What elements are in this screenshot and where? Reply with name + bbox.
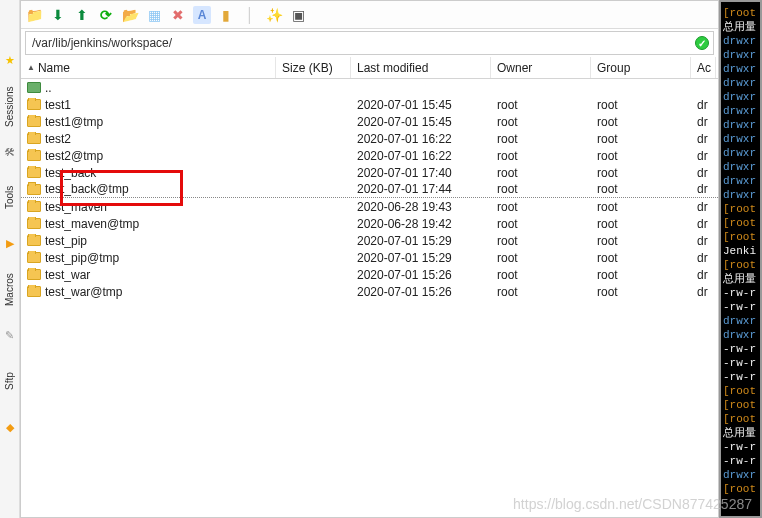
owner: root [491, 234, 591, 248]
main-panel: 📁 ⬇ ⬆ ⟳ 📂 ▦ ✖ A ▮ │ ✨ ▣ ✓ ▲Name Size (KB… [20, 0, 719, 518]
col-lastmodified[interactable]: Last modified [351, 57, 491, 78]
col-owner[interactable]: Owner [491, 57, 591, 78]
folder-icon [27, 150, 41, 161]
last-modified: 2020-07-01 15:45 [351, 98, 491, 112]
owner: root [491, 149, 591, 163]
file-name: test_pip [45, 234, 87, 248]
group: root [591, 149, 691, 163]
file-name: test_maven [45, 200, 107, 214]
toolbar: 📁 ⬇ ⬆ ⟳ 📂 ▦ ✖ A ▮ │ ✨ ▣ [21, 1, 718, 29]
folder-icon [27, 99, 41, 110]
file-name: test_back@tmp [45, 182, 129, 196]
group: root [591, 98, 691, 112]
col-access[interactable]: Ac [691, 57, 716, 78]
file-list: ▲Name Size (KB) Last modified Owner Grou… [21, 57, 718, 517]
refresh-icon[interactable]: ⟳ [97, 6, 115, 24]
last-modified: 2020-06-28 19:42 [351, 217, 491, 231]
table-row[interactable]: test22020-07-01 16:22rootrootdr [21, 130, 718, 147]
last-modified: 2020-07-01 15:29 [351, 234, 491, 248]
access: dr [691, 200, 716, 214]
group: root [591, 166, 691, 180]
sidebar-tab-sftp[interactable]: Sftp [3, 354, 16, 409]
folder-icon [27, 269, 41, 280]
sidebar: ★ Sessions 🛠 Tools ▶ Macros ✎ Sftp ◆ [0, 0, 20, 518]
column-headers: ▲Name Size (KB) Last modified Owner Grou… [21, 57, 718, 79]
table-row[interactable]: test1@tmp2020-07-01 15:45rootrootdr [21, 113, 718, 130]
parent-folder-icon[interactable]: 📁 [25, 6, 43, 24]
group: root [591, 217, 691, 231]
last-modified: 2020-07-01 15:45 [351, 115, 491, 129]
folder-icon [27, 252, 41, 263]
group: root [591, 285, 691, 299]
owner: root [491, 285, 591, 299]
sftp-icon: ◆ [6, 421, 14, 434]
sidebar-tab-macros[interactable]: Macros [3, 262, 16, 317]
group: root [591, 182, 691, 196]
owner: root [491, 182, 591, 196]
group: root [591, 132, 691, 146]
last-modified: 2020-07-01 16:22 [351, 149, 491, 163]
table-row[interactable]: test_war@tmp2020-07-01 15:26rootrootdr [21, 283, 718, 300]
rename-icon[interactable]: A [193, 6, 211, 24]
upload-icon[interactable]: ⬆ [73, 6, 91, 24]
group: root [591, 200, 691, 214]
table-row[interactable]: test_maven@tmp2020-06-28 19:42rootrootdr [21, 215, 718, 232]
access: dr [691, 98, 716, 112]
access: dr [691, 234, 716, 248]
download-icon[interactable]: ⬇ [49, 6, 67, 24]
sidebar-tab-tools[interactable]: Tools [3, 170, 16, 225]
delete-icon[interactable]: ✖ [169, 6, 187, 24]
terminal-icon[interactable]: ▣ [289, 6, 307, 24]
table-row[interactable]: test_back2020-07-01 17:40rootrootdr [21, 164, 718, 181]
access: dr [691, 132, 716, 146]
file-name: test_pip@tmp [45, 251, 119, 265]
parent-dir-label: .. [45, 81, 52, 95]
bookmark-icon[interactable]: ▮ [217, 6, 235, 24]
last-modified: 2020-07-01 15:26 [351, 268, 491, 282]
path-input[interactable] [30, 35, 695, 51]
owner: root [491, 268, 591, 282]
table-row[interactable]: test2@tmp2020-07-01 16:22rootrootdr [21, 147, 718, 164]
sidebar-tab-sessions[interactable]: Sessions [3, 79, 16, 134]
access: dr [691, 285, 716, 299]
table-row[interactable]: test_maven2020-06-28 19:43rootrootdr [21, 198, 718, 215]
folder-icon [27, 235, 41, 246]
access: dr [691, 268, 716, 282]
group: root [591, 115, 691, 129]
group: root [591, 234, 691, 248]
go-icon[interactable]: ✓ [695, 36, 709, 50]
access: dr [691, 166, 716, 180]
divider-icon: │ [241, 6, 259, 24]
last-modified: 2020-07-01 15:26 [351, 285, 491, 299]
wrench-icon: 🛠 [4, 146, 15, 158]
last-modified: 2020-07-01 16:22 [351, 132, 491, 146]
folder-icon [27, 201, 41, 212]
access: dr [691, 217, 716, 231]
table-row[interactable]: test_war2020-07-01 15:26rootrootdr [21, 266, 718, 283]
wand-icon[interactable]: ✨ [265, 6, 283, 24]
new-folder-icon[interactable]: 📂 [121, 6, 139, 24]
table-row[interactable]: test12020-07-01 15:45rootrootdr [21, 96, 718, 113]
owner: root [491, 132, 591, 146]
pencil-icon: ✎ [5, 329, 14, 342]
address-bar[interactable]: ✓ [25, 31, 714, 55]
table-row[interactable]: test_pip@tmp2020-07-01 15:29rootrootdr [21, 249, 718, 266]
file-name: test1@tmp [45, 115, 103, 129]
access: dr [691, 149, 716, 163]
parent-dir-row[interactable]: .. [21, 79, 718, 96]
file-name: test_war@tmp [45, 285, 123, 299]
last-modified: 2020-07-01 15:29 [351, 251, 491, 265]
access: dr [691, 251, 716, 265]
owner: root [491, 251, 591, 265]
terminal-panel: [root总用量drwxrdrwxrdrwxrdrwxrdrwxrdrwxrdr… [719, 0, 762, 518]
col-group[interactable]: Group [591, 57, 691, 78]
file-name: test_back [45, 166, 96, 180]
table-row[interactable]: test_back@tmp2020-07-01 17:44rootrootdr [21, 181, 718, 198]
col-name[interactable]: ▲Name [21, 57, 276, 78]
col-size[interactable]: Size (KB) [276, 57, 351, 78]
folder-icon [27, 184, 41, 195]
file-name: test2@tmp [45, 149, 103, 163]
table-row[interactable]: test_pip2020-07-01 15:29rootrootdr [21, 232, 718, 249]
new-file-icon[interactable]: ▦ [145, 6, 163, 24]
folder-icon [27, 167, 41, 178]
